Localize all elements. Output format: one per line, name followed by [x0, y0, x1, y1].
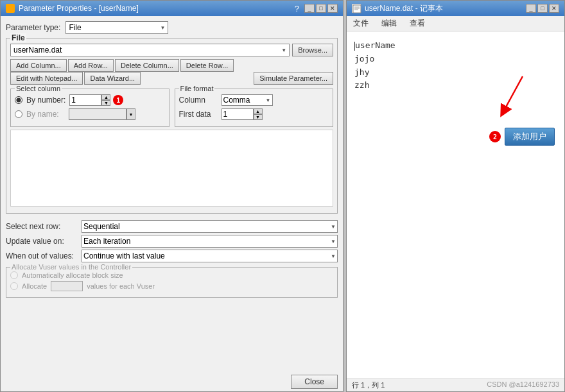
notepad-close[interactable]: ✕ [549, 4, 559, 13]
by-name-radio[interactable] [15, 110, 22, 118]
file-path-input[interactable]: userName.dat ▼ [10, 44, 290, 56]
select-column-legend: Select column [15, 85, 62, 92]
notepad-content: userName jojo jhy zzh [347, 31, 564, 379]
name-dropdown[interactable]: ▼ [126, 108, 135, 120]
line-4-text: zzh [354, 80, 369, 90]
by-number-row: By number: 1 ▲ ▼ 1 [15, 94, 165, 106]
allocate-row: Allocate values for each Vuser [10, 281, 333, 291]
notepad-line-1: userName [354, 39, 557, 53]
when-out-value: Continue with last value [83, 251, 165, 260]
by-number-input[interactable]: 1 [69, 94, 101, 106]
add-column-button[interactable]: Add Column... [10, 59, 67, 72]
svg-rect-0 [353, 5, 361, 13]
file-row: userName.dat ▼ Browse... [10, 44, 333, 56]
first-data-spinner[interactable]: ▲ ▼ [254, 108, 263, 120]
select-next-row-label: Select next row: [6, 222, 76, 231]
notepad-window: userName.dat - 记事本 _ □ ✕ 文件 编辑 查看 userNa… [346, 0, 565, 392]
first-data-spin-down[interactable]: ▼ [254, 114, 263, 120]
dialog-body: Parameter type: File ▼ File userName.dat… [1, 16, 343, 372]
select-next-row-config: Select next row: Sequential ▼ [6, 220, 338, 233]
param-type-arrow: ▼ [160, 25, 165, 31]
delete-column-button[interactable]: Delete Column... [115, 59, 179, 72]
allocate-box: Allocate Vuser values in the Controller … [6, 267, 338, 298]
format-column-row: Column Comma ▼ [179, 94, 329, 106]
by-number-value: 1 [71, 96, 76, 105]
dialog-icon [6, 4, 15, 13]
bottom-config: Select next row: Sequential ▼ Update val… [6, 220, 338, 298]
by-name-row: By name: ▼ [15, 108, 165, 120]
first-data-row: First data 1 ▲ ▼ [179, 108, 329, 120]
delete-row-button[interactable]: Delete Row... [180, 59, 234, 72]
by-number-label: By number: [26, 96, 65, 105]
menu-edit[interactable]: 编辑 [380, 17, 398, 30]
toolbar-row-2: Edit with Notepad... Data Wizard... Simu… [10, 72, 333, 85]
data-area [10, 130, 333, 207]
values-label: values for each Vuser [87, 282, 155, 290]
update-value-config: Update value on: Each iteration ▼ [6, 235, 338, 248]
allocate-input [51, 281, 83, 291]
notepad-title: userName.dat - 记事本 [365, 3, 443, 14]
param-type-value: File [69, 23, 81, 32]
help-question[interactable]: ? [295, 4, 299, 13]
first-data-input[interactable]: 1 [222, 108, 254, 120]
simulate-button[interactable]: Simulate Parameter... [254, 72, 333, 85]
param-type-select[interactable]: File ▼ [65, 21, 168, 34]
name-arrow[interactable]: ▼ [126, 108, 135, 120]
step-indicator-2: 2 [489, 131, 501, 142]
browse-button[interactable]: Browse... [292, 44, 333, 56]
add-user-button[interactable]: 添加用户 [505, 128, 555, 146]
csdn-watermark: CSDN @a1241692733 [487, 380, 559, 390]
column-format-value: Comma [223, 96, 250, 105]
red-arrow-annotation [491, 70, 529, 123]
notepad-titlebar-left: userName.dat - 记事本 [352, 3, 443, 14]
first-data-spin-up[interactable]: ▲ [254, 108, 263, 114]
auto-allocate-radio [10, 271, 18, 279]
dialog-titlebar: Parameter Properties - [userName] ? _ □ … [1, 1, 343, 16]
restore-button[interactable]: □ [316, 4, 326, 13]
close-button-main[interactable]: Close [291, 375, 338, 389]
line-3-text: jhy [354, 67, 369, 77]
file-path-value: userName.dat [13, 46, 62, 55]
update-value-select[interactable]: Each iteration ▼ [82, 235, 338, 248]
notepad-controls: _ □ ✕ [526, 4, 559, 13]
when-out-arrow: ▼ [331, 253, 336, 259]
menu-file[interactable]: 文件 [352, 17, 370, 30]
column-format-arrow: ▼ [266, 98, 271, 103]
allocate-legend: Allocate Vuser values in the Controller [10, 263, 132, 271]
file-path-arrow: ▼ [281, 47, 286, 53]
close-button[interactable]: ✕ [327, 4, 338, 13]
cursor-position: 行 1，列 1 [352, 380, 385, 390]
when-out-label: When out of values: [6, 251, 76, 260]
notepad-icon [352, 4, 361, 13]
titlebar-left: Parameter Properties - [userName] [6, 4, 139, 13]
minimize-button[interactable]: _ [304, 4, 315, 13]
svg-line-4 [503, 76, 523, 112]
spin-up[interactable]: ▲ [101, 94, 110, 100]
spin-down[interactable]: ▼ [101, 100, 110, 106]
auto-allocate-row: Automatically allocate block size [10, 271, 333, 279]
by-name-input[interactable] [69, 108, 126, 120]
param-type-label: Parameter type: [6, 23, 60, 32]
notepad-statusbar: 行 1，列 1 CSDN @a1241692733 [347, 379, 564, 391]
add-row-button[interactable]: Add Row... [68, 59, 114, 72]
line-2-text: jojo [354, 54, 374, 64]
edit-notepad-button[interactable]: Edit with Notepad... [10, 72, 83, 85]
by-number-radio[interactable] [15, 96, 22, 104]
notepad-menubar: 文件 编辑 查看 [347, 16, 564, 31]
file-format-legend: File format [179, 85, 215, 92]
column-format-select[interactable]: Comma ▼ [222, 94, 273, 106]
parameter-properties-dialog: Parameter Properties - [userName] ? _ □ … [0, 0, 343, 392]
menu-view[interactable]: 查看 [408, 17, 426, 30]
data-wizard-button[interactable]: Data Wizard... [84, 72, 141, 85]
number-spinner[interactable]: ▲ ▼ [101, 94, 110, 106]
file-section-label: File [10, 33, 26, 42]
select-next-row-select[interactable]: Sequential ▼ [82, 220, 338, 233]
notepad-restore[interactable]: □ [537, 4, 548, 13]
notepad-titlebar: userName.dat - 记事本 _ □ ✕ [347, 1, 564, 16]
when-out-select[interactable]: Continue with last value ▼ [82, 250, 338, 262]
first-data-label: First data [179, 110, 218, 119]
notepad-minimize[interactable]: _ [526, 4, 536, 13]
toolbar-row-1: Add Column... Add Row... Delete Column..… [10, 59, 333, 72]
update-value-label: Update value on: [6, 237, 76, 246]
close-row: Close [1, 372, 343, 391]
